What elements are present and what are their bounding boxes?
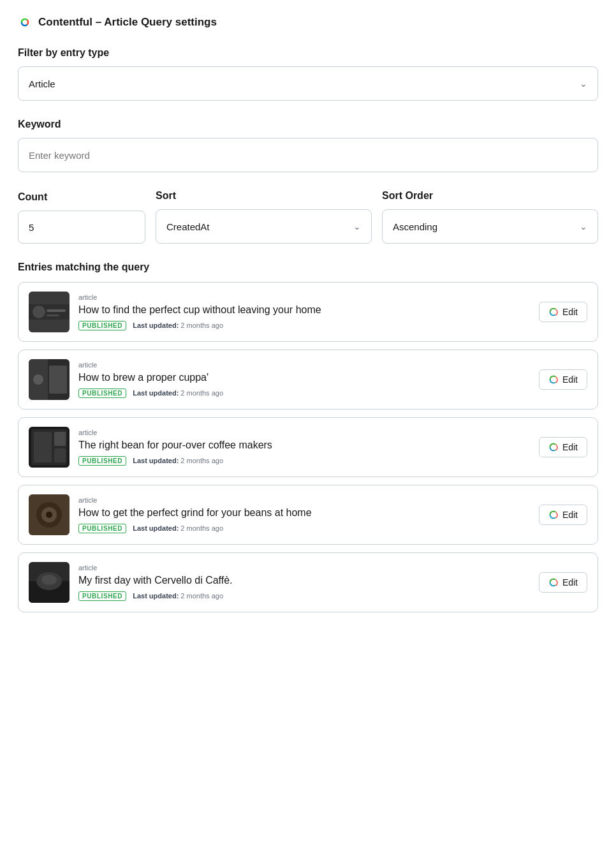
- entry-thumbnail: [29, 494, 70, 535]
- entry-type-value: Article: [29, 78, 55, 89]
- edit-contentful-icon: [548, 577, 559, 588]
- edit-contentful-icon: [548, 510, 559, 520]
- entry-title: How to brew a proper cuppa': [78, 371, 530, 385]
- entries-list: article How to find the perfect cup with…: [18, 282, 598, 612]
- count-label: Count: [18, 191, 145, 203]
- entry-thumbnail: [29, 562, 70, 603]
- edit-button[interactable]: Edit: [539, 572, 587, 593]
- page-title: Contentful – Article Query settings: [38, 16, 217, 29]
- entry-meta: PUBLISHED Last updated: 2 months ago: [78, 321, 530, 330]
- entry-thumbnail: [29, 427, 70, 468]
- entry-type-select[interactable]: Article ⌄: [18, 66, 598, 101]
- list-item: article How to get the perfect grind for…: [18, 485, 598, 545]
- contentful-logo-icon: [18, 15, 32, 29]
- edit-button[interactable]: Edit: [539, 505, 587, 525]
- sort-select[interactable]: CreatedAt ⌄: [156, 209, 372, 244]
- svg-point-3: [33, 306, 45, 318]
- entry-title: My first day with Cervello di Caffè.: [78, 573, 530, 588]
- entry-type: article: [78, 564, 530, 572]
- svg-point-0: [18, 16, 31, 29]
- status-badge: PUBLISHED: [78, 591, 126, 601]
- entry-type: article: [78, 361, 530, 369]
- entry-meta: PUBLISHED Last updated: 2 months ago: [78, 591, 530, 601]
- entry-thumbnail: [29, 359, 70, 400]
- entry-type-chevron-icon: ⌄: [580, 78, 587, 89]
- sort-column: Sort CreatedAt ⌄: [156, 190, 372, 244]
- status-badge: PUBLISHED: [78, 456, 126, 466]
- sort-label: Sort: [156, 190, 372, 202]
- sort-select-display[interactable]: CreatedAt ⌄: [156, 210, 371, 243]
- entry-title: The right bean for pour-over coffee make…: [78, 438, 530, 452]
- entry-type: article: [78, 429, 530, 436]
- svg-point-9: [33, 374, 43, 385]
- list-item: article How to find the perfect cup with…: [18, 282, 598, 342]
- list-item: article The right bean for pour-over cof…: [18, 417, 598, 477]
- last-updated: Last updated: 2 months ago: [133, 592, 223, 600]
- count-column: Count 5: [18, 191, 145, 244]
- sort-order-select[interactable]: Ascending ⌄: [382, 209, 598, 244]
- entry-meta: PUBLISHED Last updated: 2 months ago: [78, 388, 530, 398]
- sort-order-select-display[interactable]: Ascending ⌄: [383, 210, 598, 243]
- keyword-input[interactable]: [18, 138, 598, 172]
- svg-point-18: [46, 512, 52, 518]
- sort-order-value: Ascending: [393, 221, 437, 232]
- edit-contentful-icon: [548, 442, 559, 452]
- query-options-section: Count 5 Sort CreatedAt ⌄ Sort Order Asce…: [18, 190, 598, 244]
- last-updated: Last updated: 2 months ago: [133, 524, 223, 532]
- svg-rect-4: [47, 309, 66, 312]
- entry-meta: PUBLISHED Last updated: 2 months ago: [78, 456, 530, 466]
- count-input-wrapper[interactable]: 5: [18, 211, 145, 244]
- edit-contentful-icon: [548, 307, 559, 317]
- entry-thumbnail: [29, 292, 70, 332]
- filter-label: Filter by entry type: [18, 47, 598, 59]
- last-updated: Last updated: 2 months ago: [133, 322, 223, 329]
- entry-type-select-display[interactable]: Article ⌄: [18, 67, 598, 100]
- sort-order-label: Sort Order: [382, 190, 598, 202]
- status-badge: PUBLISHED: [78, 321, 126, 330]
- entry-info: article How to find the perfect cup with…: [78, 293, 530, 330]
- entry-info: article How to get the perfect grind for…: [78, 496, 530, 533]
- status-badge: PUBLISHED: [78, 388, 126, 398]
- edit-button[interactable]: Edit: [539, 369, 587, 390]
- svg-point-22: [41, 575, 57, 585]
- status-badge: PUBLISHED: [78, 524, 126, 533]
- edit-button[interactable]: Edit: [539, 302, 587, 322]
- query-options-grid: Count 5 Sort CreatedAt ⌄ Sort Order Asce…: [18, 190, 598, 244]
- list-item: article My first day with Cervello di Ca…: [18, 552, 598, 612]
- keyword-section: Keyword: [18, 119, 598, 172]
- page-header: Contentful – Article Query settings: [18, 15, 598, 29]
- sort-chevron-icon: ⌄: [353, 221, 361, 232]
- entry-title: How to get the perfect grind for your be…: [78, 506, 530, 520]
- entry-info: article How to brew a proper cuppa' PUBL…: [78, 361, 530, 398]
- last-updated: Last updated: 2 months ago: [133, 389, 223, 397]
- sort-order-column: Sort Order Ascending ⌄: [382, 190, 598, 244]
- list-item: article How to brew a proper cuppa' PUBL…: [18, 350, 598, 410]
- edit-contentful-icon: [548, 374, 559, 385]
- svg-rect-13: [54, 432, 66, 446]
- entry-info: article The right bean for pour-over cof…: [78, 429, 530, 466]
- entries-label: Entries matching the query: [18, 262, 598, 273]
- sort-order-chevron-icon: ⌄: [580, 221, 587, 232]
- svg-rect-14: [54, 448, 66, 462]
- edit-button[interactable]: Edit: [539, 437, 587, 457]
- entry-title: How to find the perfect cup without leav…: [78, 303, 530, 317]
- sort-value: CreatedAt: [166, 221, 210, 232]
- keyword-label: Keyword: [18, 119, 598, 130]
- entry-type: article: [78, 293, 530, 301]
- entry-meta: PUBLISHED Last updated: 2 months ago: [78, 524, 530, 533]
- svg-rect-5: [47, 314, 59, 316]
- entry-info: article My first day with Cervello di Ca…: [78, 564, 530, 601]
- count-value: 5: [29, 222, 34, 233]
- keyword-input-wrapper: [18, 138, 598, 172]
- entry-type: article: [78, 496, 530, 504]
- last-updated: Last updated: 2 months ago: [133, 457, 223, 464]
- svg-rect-12: [34, 432, 52, 462]
- filter-section: Filter by entry type Article ⌄: [18, 47, 598, 101]
- svg-rect-8: [49, 366, 67, 394]
- entries-section: Entries matching the query article How t…: [18, 262, 598, 612]
